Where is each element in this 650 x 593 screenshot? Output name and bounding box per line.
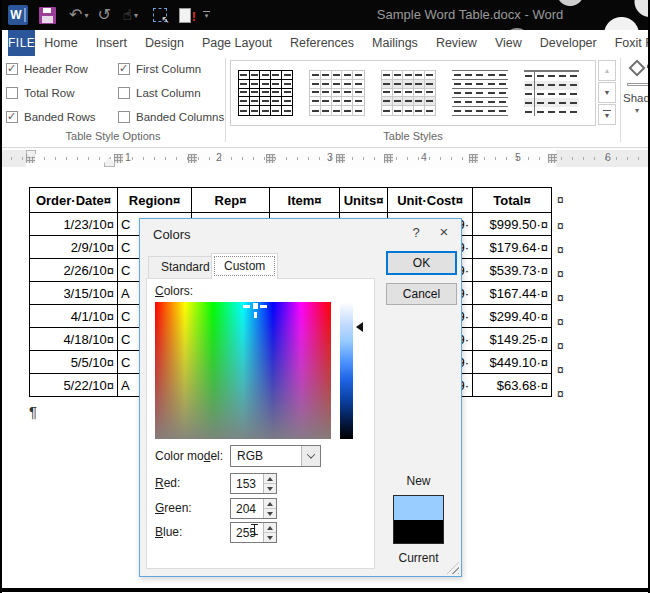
red-label: Red: <box>155 476 180 490</box>
ruler-number: 1 <box>125 151 131 163</box>
chevron-down-icon[interactable] <box>301 446 320 466</box>
checkbox-banded-rows[interactable]: Banded Rows <box>6 110 96 124</box>
spin-up-icon[interactable] <box>264 499 276 508</box>
checkbox-last-column[interactable]: Last Column <box>118 86 201 100</box>
spin-down-icon[interactable] <box>264 508 276 518</box>
help-icon[interactable]: ? <box>408 225 424 240</box>
end-of-row-marker: ¤ <box>557 363 564 377</box>
checkbox-icon[interactable] <box>118 87 130 99</box>
undo-icon[interactable]: ↶ <box>69 7 82 23</box>
color-model-value: RGB <box>231 449 301 463</box>
table-header-row: Order·Date¤ Region¤ Rep¤ Item¤ Units¤ Un… <box>30 188 552 213</box>
table-column-marker[interactable] <box>469 154 478 163</box>
checkbox-icon[interactable] <box>118 63 130 75</box>
table-column-marker[interactable] <box>188 154 197 163</box>
checkbox-label: Header Row <box>24 63 88 75</box>
tab-references[interactable]: References <box>281 30 363 56</box>
table-column-marker[interactable] <box>336 154 345 163</box>
checkbox-label: Banded Columns <box>136 111 224 123</box>
tab-foxit-reader[interactable]: Foxit Reader <box>606 30 650 56</box>
tab-file[interactable]: FILE <box>8 30 35 56</box>
touch-mode-dropdown-icon[interactable]: ▾ <box>134 11 138 20</box>
tab-mailings[interactable]: Mailings <box>363 30 427 56</box>
touch-mode-icon[interactable]: ☝ <box>123 6 132 24</box>
window-border <box>0 588 650 592</box>
table-column-marker[interactable] <box>114 154 123 163</box>
checkbox-banded-columns[interactable]: Banded Columns <box>118 110 224 124</box>
undo-dropdown-icon[interactable]: ▾ <box>84 11 88 20</box>
spin-down-icon[interactable] <box>264 532 276 542</box>
spin-up-icon[interactable] <box>264 523 276 532</box>
checkbox-icon[interactable] <box>118 111 130 123</box>
checkbox-icon[interactable] <box>6 63 18 75</box>
tab-view[interactable]: View <box>486 30 531 56</box>
table-column-marker[interactable] <box>548 154 557 163</box>
end-of-row-marker: ¤ <box>557 193 564 207</box>
selection-icon[interactable]: ↖ <box>153 8 167 22</box>
color-model-dropdown[interactable]: RGB <box>230 445 321 467</box>
tab-design[interactable]: Design <box>136 30 193 56</box>
checkbox-header-row[interactable]: Header Row <box>6 62 88 76</box>
ruler-number: 2 <box>216 151 222 163</box>
ok-button[interactable]: OK <box>386 251 457 275</box>
word-logo-icon[interactable]: W <box>8 5 28 25</box>
table-styles-gallery <box>230 60 596 126</box>
document-alert-icon[interactable]: ! <box>179 8 191 23</box>
spin-up-icon[interactable] <box>264 474 276 483</box>
checkbox-icon[interactable] <box>6 111 18 123</box>
total-cell: $149.25·¤ <box>473 328 552 351</box>
redo-icon[interactable]: ↺ <box>97 7 110 23</box>
tab-review[interactable]: Review <box>427 30 486 56</box>
checkbox-first-column[interactable]: First Column <box>118 62 201 76</box>
green-spinner[interactable]: 204 <box>230 498 277 519</box>
total-cell: $299.40·¤ <box>473 305 552 328</box>
qat-more-icon[interactable]: ▾ <box>203 11 210 19</box>
checkbox-total-row[interactable]: Total Row <box>6 86 75 100</box>
date-cell: 4/1/10¤ <box>30 305 118 328</box>
table-style-thumbnail[interactable] <box>238 70 293 116</box>
checkbox-icon[interactable] <box>6 87 18 99</box>
date-cell: 2/9/10¤ <box>30 236 118 259</box>
window-border <box>0 0 2 593</box>
horizontal-ruler[interactable]: 1 2 3 4 5 6 <box>0 150 650 167</box>
tab-insert[interactable]: Insert <box>87 30 136 56</box>
colors-label: Colors: <box>155 284 193 298</box>
tab-developer[interactable]: Developer <box>531 30 606 56</box>
current-color-swatch <box>394 520 443 544</box>
table-style-thumbnail[interactable] <box>452 70 507 116</box>
tab-home[interactable]: Home <box>35 30 86 56</box>
luminance-slider-arrow[interactable] <box>356 322 363 332</box>
table-column-marker[interactable] <box>266 154 275 163</box>
tab-custom[interactable]: Custom <box>211 253 278 279</box>
table-column-marker[interactable] <box>384 154 393 163</box>
date-cell: 5/5/10¤ <box>30 351 118 374</box>
table-style-thumbnail[interactable] <box>381 70 436 116</box>
spin-down-icon[interactable] <box>264 483 276 493</box>
tab-page-layout[interactable]: Page Layout <box>193 30 281 56</box>
date-cell: 1/23/10¤ <box>30 213 118 236</box>
end-of-row-marker: ¤ <box>557 243 564 257</box>
red-spinner[interactable]: 153 <box>230 473 277 494</box>
total-cell: $179.64·¤ <box>473 236 552 259</box>
red-value[interactable]: 153 <box>231 474 263 493</box>
luminance-slider[interactable] <box>340 302 353 439</box>
ruler-number: 6 <box>605 151 611 163</box>
header-cell: Rep¤ <box>192 188 270 213</box>
save-icon[interactable] <box>39 7 56 24</box>
green-value[interactable]: 204 <box>231 499 263 518</box>
gallery-scroll-up-button[interactable]: ▲ <box>598 60 616 81</box>
color-crosshair-marker[interactable] <box>243 302 269 319</box>
custom-tab-panel: Colors: Color model: RGB Red: 153 <box>146 278 375 569</box>
gallery-scroll-down-button[interactable]: ▼ <box>598 82 616 103</box>
cancel-button[interactable]: Cancel <box>386 283 457 305</box>
table-style-thumbnail[interactable] <box>309 70 364 116</box>
blue-value[interactable]: 255 <box>231 523 263 542</box>
ruler-number: 4 <box>421 151 427 163</box>
table-style-thumbnail[interactable] <box>524 70 579 116</box>
close-icon[interactable]: × <box>434 223 454 240</box>
hue-saturation-picker[interactable] <box>155 302 331 439</box>
total-cell: $63.68·¤ <box>473 374 552 397</box>
gallery-more-button[interactable]: ▼ <box>598 104 616 125</box>
title-bar: W ↶ ▾ ↺ ☝ ▾ ↖ ! ▾ Sample Word Table.docx… <box>0 0 650 30</box>
shading-button[interactable]: Shading ▾ <box>623 60 650 115</box>
